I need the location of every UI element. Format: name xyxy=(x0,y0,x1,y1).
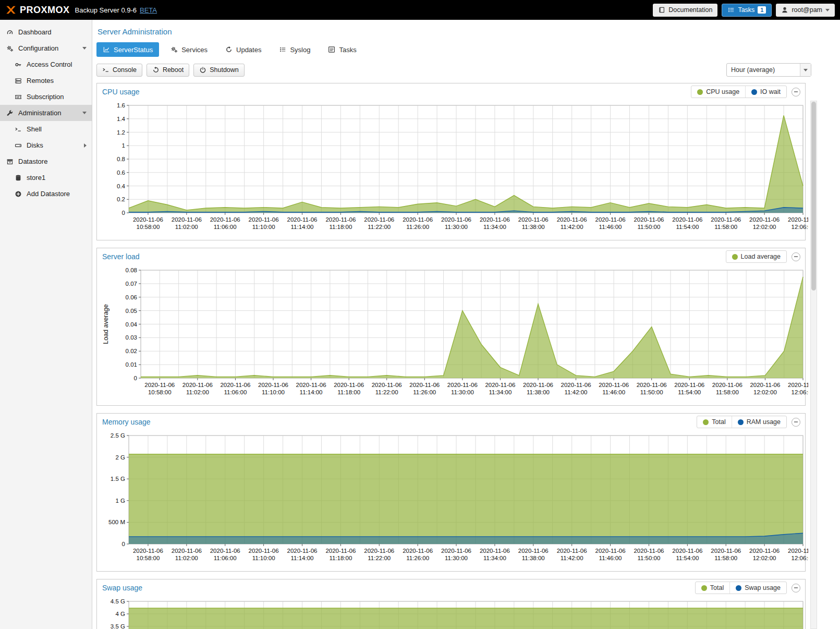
svg-text:2020-11-06: 2020-11-06 xyxy=(447,382,478,388)
svg-text:0.07: 0.07 xyxy=(126,281,137,287)
svg-text:2020-11-06: 2020-11-06 xyxy=(595,216,626,223)
sidebar-item-administration[interactable]: Administration xyxy=(0,105,92,121)
legend-color-dot xyxy=(751,89,757,95)
legend-item[interactable]: IO wait xyxy=(745,86,786,98)
reboot-arrow-icon xyxy=(152,66,160,74)
svg-text:11:46:00: 11:46:00 xyxy=(599,224,622,230)
svg-text:2020-11-06: 2020-11-06 xyxy=(518,548,549,554)
proxmox-backup-app: PROXMOX Backup Server 0.9-6 BETA Documen… xyxy=(0,0,840,629)
svg-text:0.03: 0.03 xyxy=(126,334,137,341)
svg-text:11:46:00: 11:46:00 xyxy=(599,555,622,561)
documentation-button[interactable]: Documentation xyxy=(653,4,717,17)
svg-text:2020-11-06: 2020-11-06 xyxy=(788,216,808,223)
cpu-usage-chart: 00.20.40.60.811.21.41.62020-11-0610:58:0… xyxy=(97,100,805,240)
sidebar-item-access-control[interactable]: Access Control xyxy=(0,56,92,72)
tab-syslog[interactable]: Syslog xyxy=(273,42,316,57)
user-menu-button[interactable]: root@pam xyxy=(776,4,835,17)
console-button[interactable]: Console xyxy=(96,64,142,77)
tab-updates[interactable]: Updates xyxy=(219,42,267,57)
svg-text:11:02:00: 11:02:00 xyxy=(175,555,198,561)
sidebar-item-disks[interactable]: Disks xyxy=(0,137,92,153)
svg-text:11:50:00: 11:50:00 xyxy=(640,389,663,395)
tab-tasks[interactable]: Tasks xyxy=(322,42,362,57)
collapse-panel-icon[interactable] xyxy=(792,584,800,592)
legend-item[interactable]: Total xyxy=(697,416,731,428)
scrollbar-thumb[interactable] xyxy=(811,102,816,291)
chevron-down-icon[interactable] xyxy=(82,47,87,50)
chevron-down-icon[interactable] xyxy=(82,112,87,114)
collapse-panel-icon[interactable] xyxy=(792,252,800,261)
sidebar-item-configuration[interactable]: Configuration xyxy=(0,40,92,56)
svg-text:500 M: 500 M xyxy=(108,519,125,525)
svg-text:2020-11-06: 2020-11-06 xyxy=(712,382,742,388)
svg-text:11:22:00: 11:22:00 xyxy=(368,224,391,230)
legend-color-dot xyxy=(738,419,744,425)
svg-text:2020-11-06: 2020-11-06 xyxy=(210,548,240,554)
svg-text:0.08: 0.08 xyxy=(126,267,137,273)
timeframe-select[interactable]: Hour (average) xyxy=(726,63,811,77)
svg-text:11:58:00: 11:58:00 xyxy=(714,555,737,561)
svg-text:11:30:00: 11:30:00 xyxy=(445,555,468,561)
svg-text:2020-11-06: 2020-11-06 xyxy=(595,548,626,554)
sidebar-item-add-datastore[interactable]: Add Datastore xyxy=(0,186,92,202)
tab-services[interactable]: Services xyxy=(164,42,214,57)
sidebar-item-store1[interactable]: store1 xyxy=(0,170,92,186)
svg-text:2020-11-06: 2020-11-06 xyxy=(182,382,213,388)
task-list-icon xyxy=(328,46,335,53)
vertical-scrollbar[interactable] xyxy=(810,101,817,629)
panel-title: CPU usage xyxy=(102,88,140,96)
svg-text:2020-11-06: 2020-11-06 xyxy=(711,216,741,223)
svg-text:12:06:00: 12:06:00 xyxy=(792,389,808,395)
legend-item[interactable]: RAM usage xyxy=(732,416,786,428)
svg-text:11:10:00: 11:10:00 xyxy=(252,224,275,230)
beta-link[interactable]: BETA xyxy=(140,6,157,14)
sidebar-item-subscription[interactable]: Subscription xyxy=(0,89,92,105)
svg-text:11:26:00: 11:26:00 xyxy=(406,224,429,230)
svg-text:12:02:00: 12:02:00 xyxy=(753,224,776,230)
tab-serverstatus[interactable]: ServerStatus xyxy=(96,42,159,57)
chevron-right-icon[interactable] xyxy=(84,143,87,148)
collapse-panel-icon[interactable] xyxy=(792,418,800,427)
sidebar-item-dashboard[interactable]: Dashboard xyxy=(0,24,92,40)
chart-legend: Total RAM usage xyxy=(697,416,787,428)
svg-text:11:38:00: 11:38:00 xyxy=(522,555,545,561)
svg-text:11:26:00: 11:26:00 xyxy=(406,555,429,561)
collapse-panel-icon[interactable] xyxy=(792,88,800,96)
svg-text:4.5 G: 4.5 G xyxy=(111,598,125,604)
sidebar-item-datastore[interactable]: Datastore xyxy=(0,153,92,170)
chart-legend: Total Swap usage xyxy=(695,582,787,594)
legend-item[interactable]: Total xyxy=(696,582,729,594)
reboot-button[interactable]: Reboot xyxy=(147,64,189,77)
sidebar-item-shell[interactable]: Shell xyxy=(0,121,92,137)
legend-item[interactable]: Load average xyxy=(726,251,786,262)
svg-text:2.5 G: 2.5 G xyxy=(111,432,125,439)
svg-text:1: 1 xyxy=(122,142,125,149)
svg-text:2 G: 2 G xyxy=(115,454,125,461)
svg-text:2020-11-06: 2020-11-06 xyxy=(403,548,433,554)
page-title: Server Administration xyxy=(98,27,811,36)
svg-text:11:02:00: 11:02:00 xyxy=(186,389,209,395)
legend-item[interactable]: Swap usage xyxy=(729,582,786,594)
svg-text:2020-11-06: 2020-11-06 xyxy=(409,382,440,388)
svg-text:0: 0 xyxy=(122,541,125,547)
svg-text:11:02:00: 11:02:00 xyxy=(175,224,198,230)
svg-text:11:50:00: 11:50:00 xyxy=(637,555,660,561)
svg-text:11:26:00: 11:26:00 xyxy=(413,389,436,395)
database-icon xyxy=(15,174,22,182)
svg-text:0.01: 0.01 xyxy=(126,361,137,368)
svg-text:4 G: 4 G xyxy=(115,611,125,617)
main-content: Server Administration ServerStatus xyxy=(92,20,840,629)
legend-item[interactable]: CPU usage xyxy=(691,86,745,98)
shutdown-button[interactable]: Shutdown xyxy=(193,64,245,77)
tasks-count-badge: 1 xyxy=(758,6,766,14)
tasks-button[interactable]: Tasks 1 xyxy=(722,4,772,17)
svg-text:2020-11-06: 2020-11-06 xyxy=(788,382,808,388)
select-trigger[interactable] xyxy=(800,64,811,76)
svg-text:2020-11-06: 2020-11-06 xyxy=(749,548,780,554)
cpu-usage-panel: CPU usage CPU usage IO wait xyxy=(96,83,806,240)
hdd-icon xyxy=(15,142,22,149)
user-icon xyxy=(781,6,788,14)
svg-text:10:58:00: 10:58:00 xyxy=(137,224,160,230)
sidebar-item-remotes[interactable]: Remotes xyxy=(0,72,92,89)
svg-text:2020-11-06: 2020-11-06 xyxy=(133,216,163,223)
